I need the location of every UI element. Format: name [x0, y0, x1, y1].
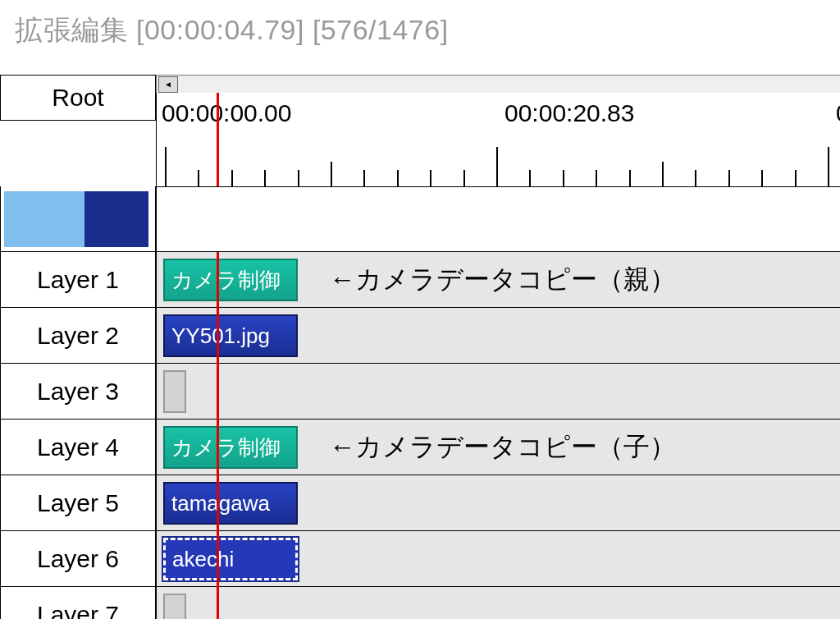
layer-name: Layer 7 — [37, 601, 119, 620]
ruler-ticks — [157, 137, 840, 186]
layer-1-track[interactable]: カメラ制御 ←カメラデータコピー（親） — [156, 252, 840, 308]
layer-3-label[interactable]: Layer 3 — [0, 364, 156, 420]
layer-name: Layer 4 — [37, 433, 119, 461]
clip-tamagawa[interactable]: tamagawa — [163, 482, 298, 525]
layer-6-track[interactable]: akechi — [156, 531, 840, 587]
layer-7-track[interactable] — [156, 587, 840, 619]
layer-6-label[interactable]: Layer 6 — [0, 531, 156, 587]
playhead — [217, 364, 219, 420]
layer-7-label[interactable]: Layer 7 — [0, 587, 156, 619]
layer-name: Layer 2 — [37, 322, 119, 350]
clip-akechi-selected[interactable]: akechi — [163, 538, 298, 580]
thumbnail-strip — [4, 191, 148, 247]
layer-name: Layer 5 — [37, 489, 119, 517]
layer-4-track[interactable]: カメラ制御 ←カメラデータコピー（子） — [156, 420, 840, 475]
ruler-label-2: 00:00:41.66 — [836, 99, 840, 127]
clip-camera-control-parent[interactable]: カメラ制御 — [163, 259, 298, 301]
scroll-left-button[interactable]: ◄ — [158, 76, 178, 93]
timeline: Root ◄ 00:00:00.00 00:00:20.83 00:00:41.… — [0, 75, 840, 619]
playhead — [217, 587, 219, 619]
window-title: 拡張編集 [00:00:04.79] [576/1476] — [0, 0, 840, 75]
layer-name: Layer 3 — [37, 378, 119, 406]
clip-camera-control-child[interactable]: カメラ制御 — [163, 426, 298, 469]
ruler-label-0: 00:00:00.00 — [162, 99, 291, 127]
layer-4-label[interactable]: Layer 4 — [0, 420, 156, 475]
annotation-child: ←カメラデータコピー（子） — [329, 429, 676, 465]
layer-5-track[interactable]: tamagawa — [156, 475, 840, 531]
layer-name: Layer 6 — [37, 545, 119, 573]
layer-2-label[interactable]: Layer 2 — [0, 308, 156, 364]
ruler-labels: 00:00:00.00 00:00:20.83 00:00:41.66 — [157, 99, 840, 132]
layer-name: Layer 1 — [37, 266, 119, 294]
ruler-label-1: 00:00:20.83 — [504, 99, 634, 127]
annotation-parent: ←カメラデータコピー（親） — [329, 262, 676, 298]
layer-1-label[interactable]: Layer 1 — [0, 252, 156, 308]
root-button[interactable]: Root — [0, 75, 156, 121]
horizontal-scrollbar[interactable]: ◄ — [156, 75, 840, 93]
preview-thumbnail — [0, 186, 156, 252]
clip-empty-placeholder[interactable] — [163, 370, 186, 413]
time-ruler[interactable]: 00:00:00.00 00:00:20.83 00:00:41.66 — [156, 93, 840, 186]
preview-track — [156, 186, 840, 252]
clip-image-yy501[interactable]: YY501.jpg — [163, 314, 298, 357]
clip-empty-placeholder[interactable] — [163, 594, 186, 619]
layer-5-label[interactable]: Layer 5 — [0, 475, 156, 531]
timeline-header: ◄ 00:00:00.00 00:00:20.83 00:00:41.66 — [156, 75, 840, 186]
layer-2-track[interactable]: YY501.jpg — [156, 308, 840, 364]
layer-3-track[interactable] — [156, 364, 840, 420]
